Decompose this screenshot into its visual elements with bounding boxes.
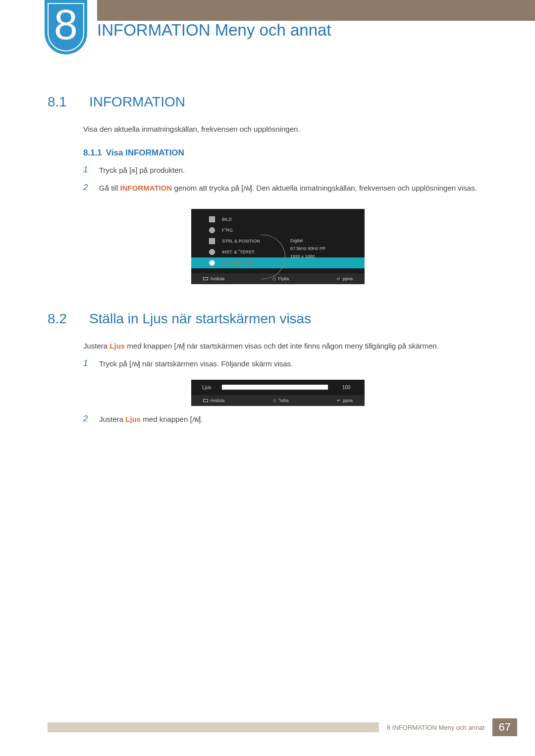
menu-item: INST. & ˚TERST. — [222, 250, 255, 254]
footer-open: ↵ppna — [337, 276, 353, 281]
brightness-value: 100 — [339, 385, 354, 390]
size-icon — [209, 238, 215, 244]
footer-exit: Avsluta — [203, 276, 224, 281]
subsection-title: Visa INFORMATION — [106, 148, 184, 158]
step-number: 2 — [83, 183, 92, 194]
text: med knappen [ — [141, 415, 192, 423]
header-bar — [97, 0, 535, 21]
brightness-label: Ljus — [202, 385, 211, 390]
osd-footer: Avsluta ◇˜ndra ↵ppna — [191, 395, 365, 406]
step-2: 2 Justera Ljus med knappen [ᐱ/ᐯ]. — [48, 414, 487, 425]
key-m: m — [131, 167, 135, 174]
footer-move: ◇Flytta — [272, 276, 289, 281]
step-text: Gå till INFORMATION genom att trycka på … — [99, 183, 487, 194]
keyword-information: INFORMATION — [120, 184, 172, 192]
menu-item: STRL & POSITION — [222, 239, 260, 244]
color-icon — [209, 227, 215, 233]
chapter-tab: 8 — [45, 0, 87, 54]
step-text: Tryck på [m] på produkten. — [99, 165, 487, 176]
text: ] när startskärmen visas och det inte fi… — [183, 342, 439, 350]
info-source: Digital — [290, 237, 325, 245]
footer-text: 8 INFORMATION Meny och annat — [387, 724, 484, 731]
info-freq: 67.5kHz 60Hz PP — [290, 245, 325, 252]
menu-item-selected: INFORMATION — [222, 260, 253, 265]
up-down-icon: ᐱ/ᐯ — [192, 415, 199, 424]
settings-icon — [209, 249, 215, 255]
subsection-number: 8.1.1 — [83, 148, 102, 158]
chapter-title: INFORMATION Meny och annat — [97, 21, 331, 40]
section-8-1: 8.1 INFORMATION — [48, 94, 487, 110]
footer-change: ◇˜ndra — [273, 398, 289, 403]
section-intro: Visa den aktuella inmatningskällan, frek… — [83, 124, 487, 135]
text: ]. — [199, 415, 203, 423]
section-title: INFORMATION — [89, 94, 185, 110]
step-number: 1 — [83, 358, 92, 370]
up-down-icon: ᐱ/ᐯ — [176, 342, 183, 351]
keyword-ljus: Ljus — [125, 415, 141, 423]
chapter-number: 8 — [45, 3, 87, 46]
page-number: 67 — [492, 718, 517, 736]
step-text: Justera Ljus med knappen [ᐱ/ᐯ]. — [99, 414, 487, 425]
step-number: 2 — [83, 414, 92, 425]
footer-bar — [48, 722, 379, 732]
text: ]. Den aktuella inmatningskällan, frekve… — [250, 184, 477, 192]
menu-item: F˜RG — [222, 228, 233, 233]
text: Gå till — [99, 184, 120, 192]
text: ] när startskärmen visas. Följande skärm… — [138, 359, 293, 368]
text: Tryck på [ — [99, 359, 131, 368]
text: genom att trycka på [ — [172, 184, 243, 192]
text: med knappen [ — [125, 342, 176, 350]
osd-footer: Avsluta ◇Flytta ↵ppna — [191, 273, 365, 284]
text: Justera — [83, 342, 109, 350]
up-down-icon: ᐱ/ᐯ — [131, 360, 138, 369]
brightness-bar — [222, 385, 328, 390]
text: ] på produkten. — [135, 166, 185, 174]
up-down-icon: ᐱ/ᐯ — [243, 184, 250, 193]
menu-item: BILD — [222, 217, 232, 222]
text: Tryck på [ — [99, 166, 131, 174]
page-footer: 8 INFORMATION Meny och annat 67 — [48, 716, 517, 738]
subsection-8-1-1: 8.1.1 Visa INFORMATION — [48, 148, 487, 158]
step-text: Tryck på [ᐱ/ᐯ] när startskärmen visas. F… — [99, 358, 487, 370]
info-res: 1920 x 1080 — [290, 252, 325, 260]
section-number: 8.2 — [48, 311, 74, 327]
footer-open: ↵ppna — [337, 398, 353, 403]
osd-info-panel: Digital 67.5kHz 60Hz PP 1920 x 1080 — [290, 237, 325, 261]
step-number: 1 — [83, 165, 92, 176]
step-2: 2 Gå till INFORMATION genom att trycka p… — [48, 183, 487, 194]
osd-brightness-screenshot: Ljus 100 Avsluta ◇˜ndra ↵ppna — [191, 380, 365, 406]
footer-exit: Avsluta — [203, 398, 224, 403]
section-8-2: 8.2 Ställa in Ljus när startskärmen visa… — [48, 311, 487, 327]
section-intro: Justera Ljus med knappen [ᐱ/ᐯ] när start… — [83, 341, 487, 352]
section-title: Ställa in Ljus när startskärmen visas — [89, 311, 311, 327]
keyword-ljus: Ljus — [109, 342, 125, 350]
picture-icon — [209, 216, 215, 222]
section-number: 8.1 — [48, 94, 74, 110]
info-icon — [209, 260, 215, 266]
text: Justera — [99, 415, 125, 423]
step-1: 1 Tryck på [ᐱ/ᐯ] när startskärmen visas.… — [48, 358, 487, 370]
step-1: 1 Tryck på [m] på produkten. — [48, 165, 487, 176]
